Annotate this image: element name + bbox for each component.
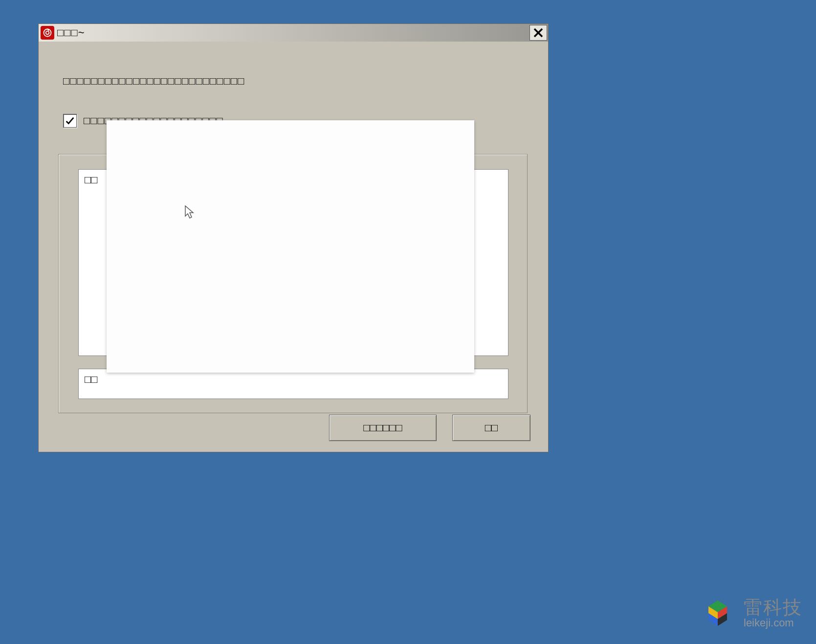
titlebar[interactable]: □□□~ — [39, 24, 548, 42]
listbox-secondary[interactable]: □□ — [78, 369, 508, 399]
secondary-button-label: □□ — [485, 422, 498, 434]
button-row: □□□□□□ □□ — [39, 415, 548, 441]
watermark-line2: leikeji.com — [744, 618, 802, 628]
overlay-blank-panel — [107, 120, 474, 373]
app-icon — [41, 26, 54, 40]
checkbox[interactable] — [63, 114, 77, 128]
window-title: □□□~ — [57, 26, 85, 39]
close-button[interactable] — [529, 25, 547, 41]
svg-point-1 — [46, 31, 49, 35]
close-icon — [532, 27, 544, 39]
primary-button[interactable]: □□□□□□ — [329, 415, 437, 441]
secondary-button[interactable]: □□ — [452, 415, 530, 441]
primary-button-label: □□□□□□ — [363, 422, 402, 434]
watermark-line1: 雷科技 — [744, 598, 802, 617]
listbox-secondary-header: □□ — [85, 373, 98, 386]
watermark-text: 雷科技 leikeji.com — [744, 598, 802, 628]
svg-point-0 — [44, 29, 51, 37]
watermark-logo-icon — [699, 599, 737, 628]
check-icon — [65, 115, 75, 126]
description-text: □□□□□□□□□□□□□□□□□□□□□□□□□□ — [63, 75, 245, 88]
watermark: 雷科技 leikeji.com — [699, 598, 802, 628]
listbox-main-header: □□ — [85, 174, 98, 186]
